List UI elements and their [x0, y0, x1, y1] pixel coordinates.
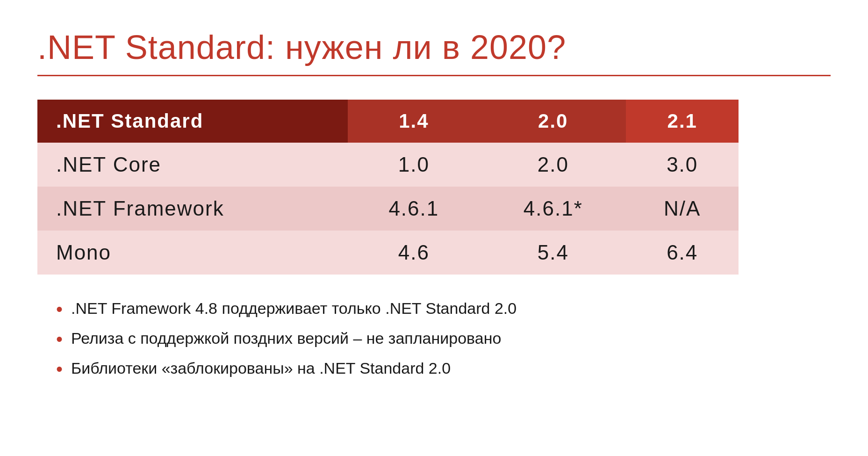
row-netframework-v1: 4.6.1 — [348, 187, 481, 231]
slide-title: .NET Standard: нужен ли в 2020? — [37, 28, 831, 66]
comparison-table: .NET Standard 1.4 2.0 2.1 .NET Core 1.0 … — [37, 100, 739, 275]
bullet-text-1: .NET Framework 4.8 поддерживает только .… — [71, 298, 516, 318]
bullet-dot-2: • — [56, 329, 63, 349]
row-name-mono: Mono — [37, 231, 348, 275]
row-netcore-v2: 2.0 — [480, 143, 626, 187]
bullet-dot-3: • — [56, 359, 63, 379]
header-col-21: 2.1 — [626, 100, 739, 143]
row-netframework-v2: 4.6.1* — [480, 187, 626, 231]
bullet-text-3: Библиотеки «заблокированы» на .NET Stand… — [71, 358, 451, 378]
table-row: .NET Core 1.0 2.0 3.0 — [37, 143, 739, 187]
row-mono-v1: 4.6 — [348, 231, 481, 275]
bullets-list: • .NET Framework 4.8 поддерживает только… — [37, 298, 831, 388]
bullet-item-1: • .NET Framework 4.8 поддерживает только… — [56, 298, 831, 319]
title-divider — [37, 75, 831, 76]
bullet-text-2: Релиза с поддержкой поздних версий – не … — [71, 328, 501, 348]
slide: .NET Standard: нужен ли в 2020? .NET Sta… — [0, 0, 868, 456]
table-container: .NET Standard 1.4 2.0 2.1 .NET Core 1.0 … — [37, 100, 831, 275]
row-netcore-v3: 3.0 — [626, 143, 739, 187]
row-netcore-v1: 1.0 — [348, 143, 481, 187]
header-col-20: 2.0 — [480, 100, 626, 143]
table-header-row: .NET Standard 1.4 2.0 2.1 — [37, 100, 739, 143]
row-name-netcore: .NET Core — [37, 143, 348, 187]
bullet-item-2: • Релиза с поддержкой поздних версий – н… — [56, 328, 831, 349]
bullet-item-3: • Библиотеки «заблокированы» на .NET Sta… — [56, 358, 831, 379]
row-mono-v3: 6.4 — [626, 231, 739, 275]
row-netframework-v3: N/A — [626, 187, 739, 231]
row-name-netframework: .NET Framework — [37, 187, 348, 231]
bullet-dot-1: • — [56, 299, 63, 319]
table-row: .NET Framework 4.6.1 4.6.1* N/A — [37, 187, 739, 231]
row-mono-v2: 5.4 — [480, 231, 626, 275]
table-row: Mono 4.6 5.4 6.4 — [37, 231, 739, 275]
header-col-14: 1.4 — [348, 100, 481, 143]
header-col-standard: .NET Standard — [37, 100, 348, 143]
